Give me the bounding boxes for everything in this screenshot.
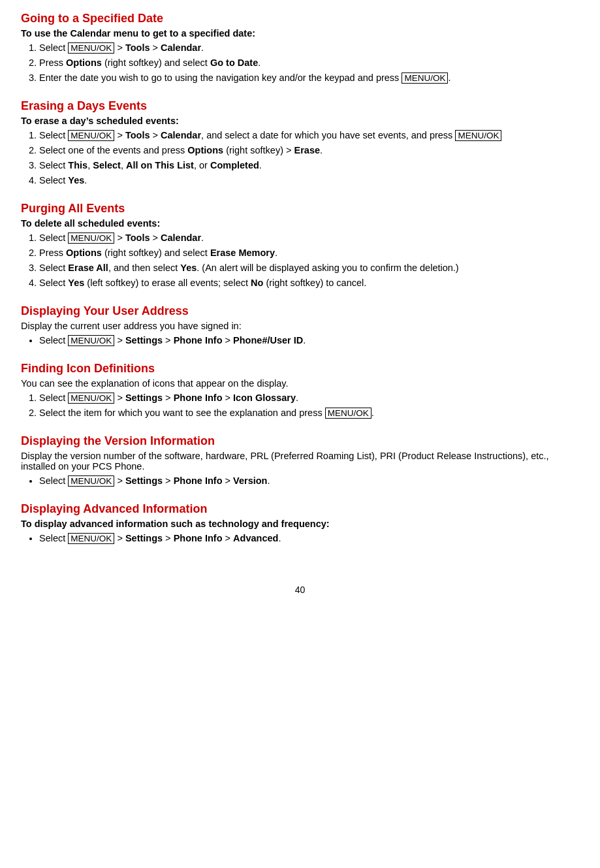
section-list: Select MENU/OK > Settings > Phone Info >… (39, 391, 579, 420)
section-heading: Going to a Specified Date (21, 12, 579, 25)
section-heading: Erasing a Days Events (21, 99, 579, 113)
list-item: Select MENU/OK > Tools > Calendar, and s… (39, 129, 579, 142)
section-list: Select MENU/OK > Tools > Calendar.Press … (39, 231, 579, 290)
list-item: Select Yes (left softkey) to erase all e… (39, 276, 579, 290)
section-intro: To use the Calendar menu to get to a spe… (21, 28, 579, 39)
list-item: Select MENU/OK > Settings > Phone Info >… (39, 391, 579, 405)
list-item: Select Erase All, and then select Yes. (… (39, 261, 579, 275)
section-displaying-advanced-information: Displaying Advanced InformationTo displa… (21, 502, 579, 545)
list-item: Select MENU/OK > Tools > Calendar. (39, 231, 579, 245)
list-item: Select MENU/OK > Tools > Calendar. (39, 41, 579, 55)
section-list: Select MENU/OK > Tools > Calendar, and s… (39, 129, 579, 187)
page-content: Going to a Specified DateTo use the Cale… (21, 12, 579, 595)
page-footer: 40 (21, 585, 579, 595)
section-list: Select MENU/OK > Tools > Calendar.Press … (39, 41, 579, 85)
section-heading: Displaying Your User Address (21, 304, 579, 318)
section-list: Select MENU/OK > Settings > Phone Info >… (39, 532, 579, 545)
section-intro: Display the version number of the softwa… (21, 451, 579, 472)
section-intro: You can see the explanation of icons tha… (21, 378, 579, 389)
list-item: Press Options (right softkey) and select… (39, 56, 579, 70)
section-intro: To display advanced information such as … (21, 519, 579, 529)
section-list: Select MENU/OK > Settings > Phone Info >… (39, 474, 579, 488)
section-finding-icon-definitions: Finding Icon DefinitionsYou can see the … (21, 362, 579, 420)
list-item: Enter the date you wish to go to using t… (39, 71, 579, 85)
list-item: Select MENU/OK > Settings > Phone Info >… (39, 532, 579, 545)
list-item: Press Options (right softkey) and select… (39, 246, 579, 260)
list-item: Select MENU/OK > Settings > Phone Info >… (39, 474, 579, 488)
list-item: Select Yes. (39, 174, 579, 187)
list-item: Select This, Select, All on This List, o… (39, 159, 579, 172)
section-erasing-days-events: Erasing a Days EventsTo erase a day’s sc… (21, 99, 579, 187)
section-displaying-user-address: Displaying Your User AddressDisplay the … (21, 304, 579, 347)
section-intro: To delete all scheduled events: (21, 218, 579, 229)
section-list: Select MENU/OK > Settings > Phone Info >… (39, 334, 579, 347)
page-number: 40 (295, 585, 306, 595)
section-heading: Finding Icon Definitions (21, 362, 579, 376)
section-intro: Display the current user address you hav… (21, 321, 579, 331)
list-item: Select the item for which you want to se… (39, 406, 579, 420)
section-going-to-specified-date: Going to a Specified DateTo use the Cale… (21, 12, 579, 85)
section-heading: Displaying the Version Information (21, 434, 579, 448)
list-item: Select MENU/OK > Settings > Phone Info >… (39, 334, 579, 347)
section-heading: Displaying Advanced Information (21, 502, 579, 516)
section-intro: To erase a day’s scheduled events: (21, 116, 579, 126)
section-displaying-version-information: Displaying the Version InformationDispla… (21, 434, 579, 488)
section-heading: Purging All Events (21, 202, 579, 216)
list-item: Select one of the events and press Optio… (39, 144, 579, 157)
section-purging-all-events: Purging All EventsTo delete all schedule… (21, 202, 579, 290)
